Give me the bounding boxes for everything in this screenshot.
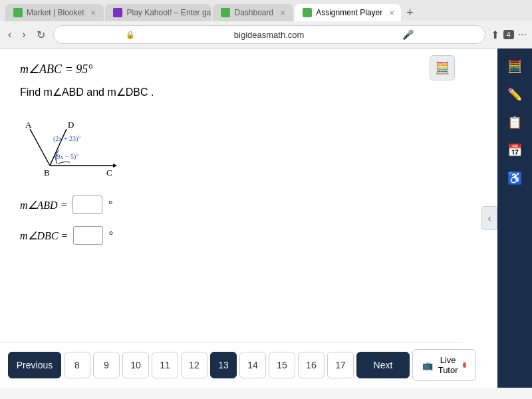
dbc-degree: ° <box>108 229 112 241</box>
tab-dashboard-label: Dashboard <box>234 8 273 17</box>
tab-market-label: Market | Blooket <box>27 8 84 17</box>
live-tutor-label: Live Tutor <box>437 355 459 375</box>
sidebar-accessibility-button[interactable]: ♿ <box>502 166 527 191</box>
svg-text:D: D <box>68 120 74 130</box>
back-button[interactable]: ‹ <box>5 27 14 42</box>
svg-line-2 <box>30 129 50 166</box>
abd-label: m∠ABD = <box>20 199 67 211</box>
tab-market-close[interactable]: ✕ <box>90 9 96 17</box>
new-tab-button[interactable]: + <box>402 5 418 21</box>
tab-assignment-close[interactable]: ✕ <box>389 9 394 17</box>
tab-kahoot-label: Play Kahoot! – Enter gam… <box>126 8 211 17</box>
svg-text:A: A <box>25 120 32 130</box>
svg-marker-1 <box>113 164 117 168</box>
find-text-content: Find m∠ABD and m∠DBC . <box>20 86 154 98</box>
address-bar-actions: ⬆ 4 ··· <box>491 29 527 41</box>
tab-dashboard-icon <box>221 8 230 17</box>
answer-row-dbc: m∠DBC = ° <box>20 226 477 245</box>
prev-button[interactable]: Previous <box>8 352 61 378</box>
dbc-input[interactable] <box>73 226 103 245</box>
forward-button[interactable]: › <box>19 27 28 42</box>
main-area: 🧮 m∠ABC = 95° Find m∠ABD and m∠DBC . A <box>0 49 532 388</box>
url-text: bigideasmath.com <box>201 30 336 40</box>
tab-assignment[interactable]: Assignment Player ✕ <box>295 4 401 21</box>
live-dot <box>463 362 466 368</box>
page-12[interactable]: 12 <box>181 352 207 378</box>
tab-market-icon <box>13 8 23 17</box>
svg-text:(9x − 5)°: (9x − 5)° <box>55 153 78 161</box>
page-15[interactable]: 15 <box>269 352 295 378</box>
page-9[interactable]: 9 <box>93 352 120 378</box>
content-area: 🧮 m∠ABC = 95° Find m∠ABD and m∠DBC . A <box>0 49 497 388</box>
collapse-button[interactable]: ‹ <box>481 206 497 230</box>
given-text: m∠ABC = 95° <box>20 63 92 76</box>
address-bar-row: ‹ › ↻ 🔒 bigideasmath.com 🎤 ⬆ 4 ··· <box>0 21 532 48</box>
address-bar[interactable]: 🔒 bigideasmath.com 🎤 <box>53 25 485 44</box>
page-13[interactable]: 13 <box>210 352 237 378</box>
svg-text:B: B <box>44 168 50 178</box>
tab-bar: Market | Blooket ✕ Play Kahoot! – Enter … <box>0 0 532 21</box>
sidebar-calculator-button[interactable]: 🧮 <box>502 54 527 79</box>
diagram-area: A D B C (2x + 23)° (9x − 5)° <box>20 109 126 182</box>
sidebar-calendar-button[interactable]: 📅 <box>502 138 527 163</box>
page-14[interactable]: 14 <box>239 352 266 378</box>
geometry-diagram: A D B C (2x + 23)° (9x − 5)° <box>20 109 126 182</box>
page-11[interactable]: 11 <box>152 352 178 378</box>
tab-assignment-label: Assignment Player <box>316 8 382 17</box>
page-17[interactable]: 17 <box>327 352 354 378</box>
tab-kahoot-icon <box>113 8 122 17</box>
more-button[interactable]: ··· <box>518 29 527 41</box>
dbc-label: m∠DBC = <box>20 229 68 242</box>
answer-row-abd: m∠ABD = ° <box>20 196 477 214</box>
page-8[interactable]: 8 <box>64 352 90 378</box>
tab-dashboard-close[interactable]: ✕ <box>280 9 285 17</box>
given-equation: m∠ABC = 95° <box>20 62 477 76</box>
tab-kahoot[interactable]: Play Kahoot! – Enter gam… ✕ <box>105 4 211 21</box>
calculator-button[interactable]: 🧮 <box>430 55 455 80</box>
browser-chrome: Market | Blooket ✕ Play Kahoot! – Enter … <box>0 0 532 49</box>
sidebar-notes-button[interactable]: 📋 <box>502 110 527 135</box>
tab-market[interactable]: Market | Blooket ✕ <box>5 4 104 21</box>
sidebar-draw-button[interactable]: ✏️ <box>502 82 527 107</box>
next-button[interactable]: Next <box>356 352 410 378</box>
abd-input[interactable] <box>72 196 102 214</box>
right-sidebar: 🧮 ✏️ 📋 📅 ♿ <box>497 49 532 388</box>
tv-icon: 📺 <box>422 360 433 370</box>
collapse-icon: ‹ <box>488 213 491 223</box>
page-16[interactable]: 16 <box>298 352 325 378</box>
tab-count[interactable]: 4 <box>503 30 514 39</box>
svg-text:C: C <box>106 168 112 178</box>
reload-button[interactable]: ↻ <box>34 27 48 43</box>
live-tutor-button[interactable]: 📺 Live Tutor <box>412 349 476 381</box>
find-instruction: Find m∠ABD and m∠DBC . <box>20 86 477 98</box>
bottom-nav: Previous 8 9 10 11 12 13 14 15 16 17 Nex… <box>0 342 463 388</box>
mic-icon: 🎤 <box>340 29 475 40</box>
share-button[interactable]: ⬆ <box>491 29 499 41</box>
page-10[interactable]: 10 <box>122 352 149 378</box>
svg-text:(2x + 23)°: (2x + 23)° <box>53 135 80 143</box>
tab-dashboard[interactable]: Dashboard ✕ <box>213 4 293 21</box>
abd-degree: ° <box>108 199 112 211</box>
tab-assignment-icon <box>303 8 312 17</box>
lock-icon: 🔒 <box>63 31 198 39</box>
